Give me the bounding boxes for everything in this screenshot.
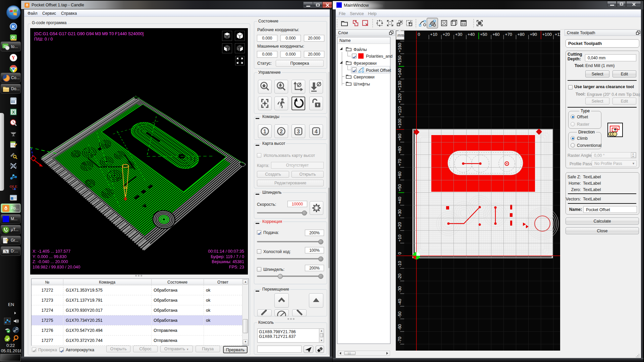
- svg-text:+50: +50: [480, 32, 487, 37]
- svg-text:X: X: [12, 110, 15, 115]
- svg-text:+160: +160: [397, 43, 402, 52]
- svg-text:-60: -60: [397, 324, 402, 330]
- svg-text:Y: Y: [12, 55, 15, 60]
- svg-text:-70: -70: [397, 337, 402, 343]
- svg-text:+110: +110: [555, 32, 560, 37]
- svg-text:1: 1: [263, 129, 266, 134]
- svg-text:7z: 7z: [4, 250, 8, 253]
- svg-text:+110: +110: [397, 106, 402, 115]
- svg-text:+70: +70: [505, 32, 512, 37]
- svg-text:+90: +90: [397, 134, 402, 141]
- svg-text:3: 3: [297, 129, 300, 134]
- svg-text:K: K: [12, 24, 15, 29]
- svg-text:-10: -10: [397, 261, 402, 267]
- svg-text:+50: +50: [397, 184, 402, 191]
- svg-text:+10: +10: [397, 235, 402, 242]
- svg-text:-40: -40: [397, 299, 402, 305]
- svg-text:-30: -30: [397, 286, 402, 292]
- svg-text:OLE: OLE: [9, 184, 17, 188]
- svg-text:+170: +170: [397, 31, 402, 40]
- svg-text:+30: +30: [455, 32, 462, 37]
- svg-text:+30: +30: [397, 209, 402, 217]
- svg-text:+40: +40: [397, 197, 402, 204]
- svg-text:Qt: Qt: [11, 36, 15, 39]
- svg-text:+120: +120: [397, 94, 402, 103]
- svg-text:+60: +60: [397, 172, 402, 179]
- svg-text:0: 0: [418, 32, 420, 37]
- svg-text:+20: +20: [397, 222, 402, 229]
- svg-text:+20: +20: [443, 32, 450, 37]
- svg-text:+80: +80: [518, 32, 525, 37]
- svg-text:0: 0: [397, 252, 402, 254]
- svg-text:-50: -50: [397, 311, 402, 317]
- svg-text:+10: +10: [430, 32, 437, 37]
- svg-text:?: ?: [6, 238, 9, 243]
- svg-text:+90: +90: [530, 32, 537, 37]
- svg-text:-20: -20: [397, 274, 402, 280]
- svg-text:+130: +130: [397, 81, 402, 90]
- svg-text:+100: +100: [397, 119, 402, 128]
- svg-text:2: 2: [280, 129, 283, 134]
- svg-text:+150: +150: [397, 56, 402, 65]
- svg-text:+60: +60: [492, 32, 499, 37]
- svg-text:+140: +140: [397, 68, 402, 77]
- svg-text:+70: +70: [397, 159, 402, 166]
- svg-text:+40: +40: [468, 32, 475, 37]
- svg-text:4: 4: [315, 129, 318, 134]
- svg-text:+100: +100: [542, 32, 552, 37]
- svg-text:+80: +80: [397, 146, 402, 153]
